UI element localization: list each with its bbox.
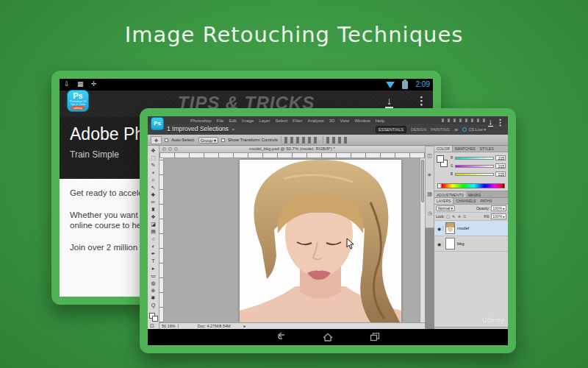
cs-live-button[interactable]: CS Live ▾: [462, 127, 486, 132]
video-ps-app-icon: Ps: [151, 117, 164, 130]
tab-layers[interactable]: LAYERS: [434, 198, 453, 204]
ps-tools-palette[interactable]: ✥ ⬚ ✎ ⌖ ⌗ ↖ ✚ ✏ ♜ ❖ ◪ ▤ ○ ◐ ✒ T ▸ ▭ ◍ ⊛ …: [148, 146, 159, 329]
horizontal-ruler: 1 2 3 4 5 6 7 8 9 10 11 12 13 14 15 16 1…: [159, 153, 425, 158]
ps-panels-column: COLOR SWATCHES STYLES R 215 G 215: [434, 146, 508, 329]
distribute-icons-strip[interactable]: [326, 137, 350, 144]
quick-mask-icon[interactable]: ⊡: [150, 323, 154, 329]
menu-help[interactable]: Help: [376, 118, 384, 123]
workspace-painting[interactable]: PAINTING: [431, 127, 450, 132]
menu-3d[interactable]: 3D: [329, 118, 335, 123]
menu-window[interactable]: Window: [354, 118, 370, 123]
lock-fill-row: Lock: ▢ ✎ ✛ ⚿ Fill: 100% ▸: [434, 213, 508, 221]
home-button-icon[interactable]: [322, 332, 334, 342]
tab-masks[interactable]: MASKS: [466, 191, 484, 197]
ps-menu-bar: Photoshop File Edit Image Layer Select F…: [148, 116, 508, 124]
blend-mode-row: Normal ▾ Opacity: 100% ▸: [434, 205, 508, 213]
red-slider[interactable]: [455, 157, 494, 160]
workspace-design[interactable]: DESIGN: [411, 127, 426, 132]
opacity-value[interactable]: 100% ▸: [491, 205, 506, 211]
battery-icon: [402, 81, 408, 89]
overflow-menu-icon[interactable]: ⋮: [416, 94, 427, 107]
red-value[interactable]: 215: [495, 155, 506, 160]
menu-file[interactable]: File: [217, 118, 224, 123]
status-zoom-level[interactable]: 50.16%: [159, 324, 179, 328]
dock-panel-icons[interactable]: ◫ ✳ ▨ ◷: [426, 146, 434, 223]
auto-select-dropdown[interactable]: Group ▾: [198, 137, 218, 144]
tool-icons-column[interactable]: ✥ ⬚ ✎ ⌖ ⌗ ↖ ✚ ✏ ♜ ❖ ◪ ▤ ○ ◐ ✒ T ▸ ▭ ◍ ⊛ …: [148, 146, 159, 309]
menu-select[interactable]: Select: [275, 118, 287, 123]
blue-slider[interactable]: [455, 173, 494, 176]
lock-label: Lock:: [436, 214, 445, 219]
layer-row-bkg[interactable]: ◉ bkg: [434, 236, 508, 252]
udemy-watermark: Udemy: [482, 316, 504, 324]
collapsed-panels-dock[interactable]: ◫ ✳ ▨ ◷: [425, 146, 434, 228]
ps-logo: Ps: [68, 91, 88, 100]
tab-adjustments[interactable]: ADJUSTMENTS: [434, 191, 466, 197]
workspace-more-chevron[interactable]: ≫: [454, 127, 459, 132]
download-icon[interactable]: ↓: [385, 96, 393, 108]
layer-thumbnail[interactable]: [445, 238, 455, 250]
background-color-swatch[interactable]: [152, 316, 158, 322]
recents-button-icon[interactable]: [369, 332, 381, 342]
document-title-bar[interactable]: model_bkg.psd @ 50.7% (model, RGB/8*) *: [159, 146, 425, 153]
course-author: Train Simple: [70, 149, 119, 160]
back-button-icon[interactable]: [275, 332, 287, 342]
video-frame[interactable]: Photoshop File Edit Image Layer Select F…: [148, 116, 508, 329]
layer-row-model[interactable]: ◉ model: [434, 221, 508, 236]
cs-live-icon: [462, 127, 467, 132]
blend-mode-dropdown[interactable]: Normal ▾: [436, 205, 455, 211]
lock-icons[interactable]: ▢ ✎ ✛ ⚿: [446, 214, 467, 219]
red-label: R: [451, 156, 453, 160]
video-download-icon[interactable]: ↓: [488, 118, 494, 127]
udemy-badge: udemy: [71, 106, 85, 110]
visibility-eye-icon[interactable]: ◉: [436, 241, 443, 247]
tab-channels[interactable]: CHANNELS: [453, 198, 478, 204]
blue-label: B: [451, 172, 453, 176]
layer-name[interactable]: model: [457, 226, 469, 230]
blue-channel-row: B 215: [451, 171, 506, 177]
visibility-eye-icon[interactable]: ◉: [436, 226, 443, 231]
scrollbar-thumb[interactable]: [421, 160, 424, 202]
tab-styles[interactable]: STYLES: [478, 146, 496, 152]
video-overflow-icon[interactable]: ⋮: [496, 118, 504, 127]
align-icons-strip[interactable]: [284, 137, 320, 144]
auto-select-label: Auto-Select:: [171, 138, 196, 142]
workspace-switcher: ESSENTIALS DESIGN PAINTING ≫ CS Live ▾: [376, 126, 486, 133]
layer-name[interactable]: bkg: [457, 241, 465, 246]
menu-filter[interactable]: Filter: [293, 118, 302, 123]
workspace-essentials[interactable]: ESSENTIALS: [376, 126, 406, 133]
fill-value[interactable]: 100% ▸: [491, 213, 506, 219]
clock: 2:09: [416, 80, 430, 88]
green-value[interactable]: 215: [495, 163, 506, 169]
tab-color[interactable]: COLOR: [434, 146, 453, 152]
page-title: Image Retouching Techniques: [0, 22, 588, 47]
green-slider[interactable]: [455, 165, 494, 168]
blue-value[interactable]: 215: [495, 171, 506, 177]
move-tool-preset[interactable]: ✥: [151, 136, 162, 144]
menu-photoshop[interactable]: Photoshop: [190, 118, 212, 123]
tab-paths[interactable]: PATHS: [478, 198, 495, 204]
wifi-icon: [386, 82, 395, 88]
green-channel-row: G 215: [451, 163, 506, 169]
auto-select-checkbox[interactable]: [165, 138, 168, 142]
divider: [281, 136, 282, 144]
foreground-swatch[interactable]: [437, 155, 444, 163]
menu-image[interactable]: Image: [242, 118, 254, 123]
status-arrow-icon[interactable]: ▸: [244, 324, 246, 328]
menu-layer[interactable]: Layer: [259, 118, 270, 123]
layer-thumbnail[interactable]: [445, 222, 455, 234]
menu-view[interactable]: View: [340, 118, 349, 123]
android-nav-bar: [148, 329, 508, 345]
vertical-scrollbar[interactable]: [420, 158, 425, 322]
menu-analysis[interactable]: Analysis: [307, 118, 323, 123]
green-label: G: [451, 164, 453, 168]
show-transform-checkbox[interactable]: [221, 138, 225, 142]
color-spectrum-ramp[interactable]: [437, 183, 505, 188]
menu-edit[interactable]: Edit: [229, 118, 236, 123]
photoshop-video-screenshot: Photoshop File Edit Image Layer Select F…: [140, 108, 516, 353]
red-channel-row: R 215: [451, 155, 506, 161]
tab-swatches[interactable]: SWATCHES: [453, 146, 478, 152]
adjustments-panel-tabs: ADJUSTMENTS MASKS: [434, 191, 508, 198]
menu-extras-icons: [442, 118, 489, 122]
document-canvas[interactable]: [164, 158, 420, 322]
